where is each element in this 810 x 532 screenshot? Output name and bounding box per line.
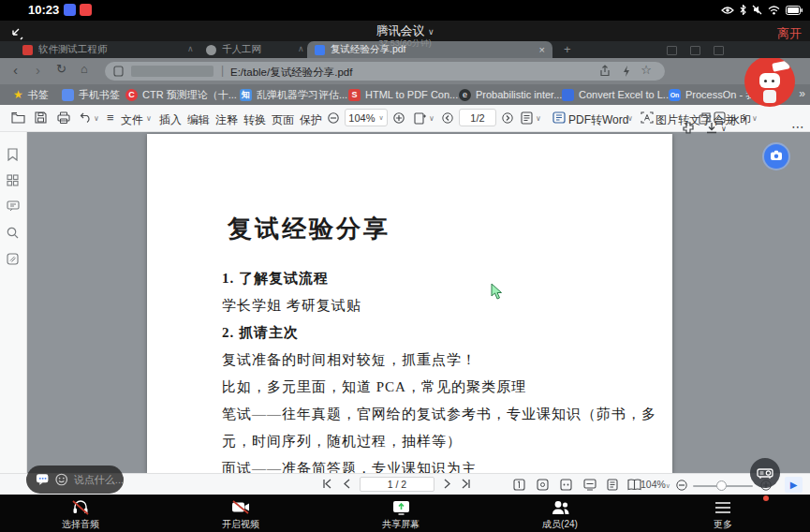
toolbar-collapse-icon[interactable]: › bbox=[743, 111, 746, 125]
presentation-play-button[interactable]: ▶ bbox=[785, 477, 803, 493]
zoom-out-icon[interactable] bbox=[676, 480, 687, 491]
bookmark-item[interactable]: 手机书签 bbox=[62, 84, 120, 105]
menu-annotate[interactable]: 注释 bbox=[215, 112, 238, 128]
pdf-page[interactable]: 复试经验分享 1. 了解复试流程 学长学姐 考研复试贴 2. 抓请主次 复试准备… bbox=[147, 134, 672, 473]
chat-quick-input[interactable]: 说点什么... bbox=[26, 466, 124, 494]
lightning-icon[interactable] bbox=[623, 66, 630, 77]
home-icon[interactable]: ⌂ bbox=[81, 62, 88, 76]
layout-caret-icon[interactable]: ∨ bbox=[429, 114, 434, 123]
collapse-share-icon[interactable] bbox=[9, 27, 24, 42]
search-icon[interactable] bbox=[7, 227, 19, 239]
undo-icon[interactable] bbox=[80, 111, 92, 123]
bookmark-item[interactable]: ★ 书签 bbox=[13, 84, 49, 105]
audio-control[interactable]: 选择音频 bbox=[38, 498, 123, 531]
menu-convert[interactable]: 转换 bbox=[243, 112, 266, 128]
next-page-icon[interactable] bbox=[502, 112, 513, 124]
print-icon[interactable] bbox=[57, 111, 70, 124]
eye-protection-icon bbox=[721, 6, 734, 15]
zoom-level-label[interactable]: 104%∨ bbox=[641, 479, 670, 490]
fit-screen-icon[interactable] bbox=[583, 479, 596, 491]
robot-head bbox=[759, 73, 780, 88]
bookmark-item[interactable]: S HTML to PDF Con... bbox=[348, 84, 458, 105]
back-icon[interactable]: ‹ bbox=[13, 62, 18, 78]
address-bar[interactable]: | E:/table/复试经验分享.pdf ☆ bbox=[105, 62, 665, 81]
single-page-icon[interactable] bbox=[607, 479, 618, 491]
forward-icon[interactable]: › bbox=[36, 62, 40, 78]
open-file-icon[interactable] bbox=[11, 111, 25, 124]
notification-badge bbox=[763, 495, 769, 501]
browser-menu-icon[interactable]: ⋯ bbox=[791, 119, 804, 134]
zoom-caret-icon: ∨ bbox=[666, 482, 670, 489]
share-icon[interactable] bbox=[599, 65, 611, 77]
page-indicator-box[interactable]: 1 / 2 bbox=[360, 477, 434, 492]
prev-page-icon[interactable] bbox=[343, 479, 350, 489]
zoom-level-box[interactable]: 104% ∨ bbox=[345, 109, 388, 126]
csdn-icon: C bbox=[125, 89, 138, 101]
screenshot-float-button[interactable] bbox=[764, 144, 788, 169]
reload-icon[interactable]: ↻ bbox=[56, 62, 66, 76]
more-menu-icon bbox=[714, 501, 731, 514]
watermark-caret-icon[interactable]: ∨ bbox=[752, 114, 758, 123]
save-icon[interactable] bbox=[35, 111, 47, 124]
menu-insert[interactable]: 插入 bbox=[159, 112, 182, 128]
bookmark-item[interactable]: 知 乱弹机器学习评估... bbox=[240, 84, 347, 105]
download-caret-icon[interactable]: ∨ bbox=[721, 125, 727, 133]
rotate-page-icon[interactable] bbox=[537, 479, 549, 491]
meeting-control-bar: 选择音频 开启视频 共享屏幕 成员(24) 更多 bbox=[0, 495, 810, 532]
menu-file[interactable]: 文件 bbox=[121, 112, 143, 128]
phone-status-bar: 10:23 bbox=[0, 0, 810, 21]
read-mode-icon[interactable] bbox=[521, 111, 533, 125]
chat-bubble-icon bbox=[36, 473, 49, 486]
bookmark-item[interactable]: C CTR 预测理论（十... bbox=[125, 84, 237, 105]
browser-profile-avatar[interactable] bbox=[744, 56, 795, 107]
excel-site-icon bbox=[562, 89, 574, 101]
comments-panel-icon[interactable] bbox=[7, 200, 20, 212]
pdf-to-word-icon bbox=[552, 111, 566, 124]
zoom-slider-knob[interactable] bbox=[716, 480, 727, 491]
cast-float-button[interactable] bbox=[750, 458, 780, 488]
last-page-icon[interactable] bbox=[461, 479, 471, 489]
attachment-panel-icon[interactable] bbox=[7, 253, 19, 265]
zoom-out-icon[interactable] bbox=[328, 112, 339, 124]
bookmark-item[interactable]: Convert Excel to L... bbox=[562, 84, 671, 105]
menu-protect[interactable]: 保护 bbox=[300, 112, 322, 128]
bookmarks-overflow-icon[interactable]: » bbox=[799, 87, 805, 100]
menu-edit[interactable]: 编辑 bbox=[187, 112, 210, 128]
pdf-viewer-canvas: 复试经验分享 1. 了解复试流程 学长学姐 考研复试贴 2. 抓请主次 复试准备… bbox=[0, 131, 810, 476]
prev-page-icon[interactable] bbox=[442, 112, 453, 124]
undo-caret-icon[interactable]: ∨ bbox=[94, 114, 99, 123]
bookmark-star-icon[interactable]: ☆ bbox=[641, 63, 652, 77]
play-icon: ▶ bbox=[790, 480, 798, 490]
double-page-icon[interactable] bbox=[627, 479, 641, 491]
hand-tool-icon[interactable] bbox=[560, 479, 572, 491]
menu-hamburger-icon[interactable]: ≡ bbox=[107, 111, 114, 125]
tool-pdf-to-word[interactable]: PDF转Word bbox=[568, 112, 628, 128]
thumbnails-icon[interactable] bbox=[7, 174, 19, 186]
extensions-icon[interactable] bbox=[682, 122, 695, 135]
bookmarks-bar: ★ 书签 手机书签 C CTR 预测理论（十... 知 乱弹机器学习评估... … bbox=[0, 84, 810, 105]
read-mode-caret-icon[interactable]: ∨ bbox=[536, 114, 541, 123]
bookmark-item[interactable]: e Probabilistic inter... bbox=[459, 84, 562, 105]
video-control[interactable]: 开启视频 bbox=[199, 498, 283, 531]
doc-line: 比如，多元里面，知道 PCA，常见的聚类原理 bbox=[222, 378, 526, 396]
download-icon[interactable] bbox=[705, 122, 718, 135]
members-icon bbox=[551, 500, 570, 515]
next-page-icon[interactable] bbox=[444, 479, 451, 489]
leave-meeting-button[interactable]: 离开 bbox=[777, 25, 802, 42]
more-control[interactable]: 更多 bbox=[681, 498, 765, 531]
page-number-box[interactable]: 1/2 bbox=[459, 109, 496, 126]
first-page-icon[interactable] bbox=[322, 479, 332, 489]
star-icon: ★ bbox=[13, 88, 23, 101]
page-layout-icon[interactable] bbox=[414, 111, 427, 125]
pdf-to-word-caret-icon[interactable]: ∨ bbox=[627, 114, 633, 123]
share-screen-control[interactable]: 共享屏幕 bbox=[359, 498, 443, 531]
page-number-view-icon[interactable] bbox=[513, 479, 525, 491]
file-caret-icon[interactable]: ∨ bbox=[146, 114, 152, 123]
zoom-in-icon[interactable] bbox=[393, 112, 405, 124]
bookmark-panel-icon[interactable] bbox=[7, 148, 19, 161]
menu-page[interactable]: 页面 bbox=[272, 112, 294, 128]
capture-icon bbox=[770, 150, 783, 161]
members-control[interactable]: 成员(24) bbox=[518, 498, 602, 531]
folder-icon bbox=[62, 89, 74, 101]
address-url-text: E:/table/复试经验分享.pdf bbox=[230, 66, 352, 80]
